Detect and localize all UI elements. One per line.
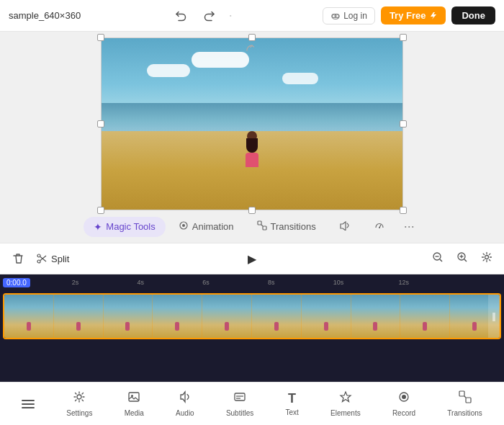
resize-handle-tr[interactable] — [400, 34, 407, 41]
nav-item-subtitles[interactable]: Subtitles — [220, 388, 259, 420]
try-free-label: Try Free — [390, 10, 426, 21]
animation-icon — [179, 220, 189, 233]
svg-point-20 — [485, 256, 488, 259]
thumb-2 — [54, 295, 104, 338]
track-handle-right[interactable]: ‖ — [488, 295, 500, 338]
tab-animation-label: Animation — [192, 221, 234, 232]
svg-line-11 — [40, 257, 46, 262]
bolt-icon — [428, 12, 437, 20]
settings-button[interactable] — [478, 250, 495, 267]
cloud-icon — [330, 11, 341, 21]
cloud-2 — [192, 52, 249, 68]
nav-item-transitions[interactable]: Transitions — [441, 388, 488, 420]
thumb-7 — [302, 295, 351, 338]
figure-hair — [246, 138, 258, 153]
editor-center: ▶ — [171, 247, 333, 270]
timeline-ruler: 0:00.0 2s 4s 6s 8s 10s 12s — [0, 274, 504, 290]
done-label: Done — [462, 10, 485, 21]
nav-item-settings[interactable]: Settings — [60, 388, 98, 420]
tab-magic-tools[interactable]: ✦ Magic Tools — [84, 217, 165, 237]
zoom-in-button[interactable] — [454, 250, 471, 267]
nav-item-media[interactable]: Media — [119, 388, 150, 420]
log-in-button[interactable]: Log in — [323, 7, 375, 24]
tab-animation[interactable]: Animation — [168, 216, 244, 237]
delete-button[interactable] — [9, 249, 27, 268]
volume-icon — [339, 220, 351, 233]
tab-transitions[interactable]: Transitions — [247, 216, 326, 237]
track-thumbnails — [4, 295, 500, 338]
nav-audio-label: Audio — [176, 409, 194, 417]
magic-tools-icon: ✦ — [94, 221, 102, 233]
svg-line-12 — [40, 256, 46, 261]
tab-volume[interactable] — [329, 216, 361, 237]
svg-point-29 — [402, 395, 406, 399]
resize-handle-bm[interactable] — [248, 207, 256, 214]
media-nav-icon — [127, 390, 140, 407]
nav-item-audio[interactable]: Audio — [170, 388, 200, 420]
nav-item-elements[interactable]: Elements — [325, 388, 366, 420]
time-marker-zero: 0:00.0 — [3, 278, 30, 287]
toolbar: ✦ Magic Tools Animation Transitions — [84, 210, 420, 243]
cloud-3 — [282, 73, 318, 84]
done-button[interactable]: Done — [451, 6, 495, 24]
toolbar-more-button[interactable]: ··· — [398, 216, 420, 237]
resize-handle-ml[interactable] — [97, 120, 104, 128]
svg-marker-27 — [341, 392, 351, 402]
nav-item-text[interactable]: T Text — [279, 388, 304, 419]
svg-line-19 — [464, 259, 467, 261]
ruler-tick-10s: 10s — [333, 279, 344, 286]
tab-speed[interactable] — [364, 216, 395, 237]
bottom-nav: Settings Media Audio Subti — [0, 382, 504, 425]
tab-transitions-label: Transitions — [271, 221, 316, 232]
video-frame — [101, 37, 403, 210]
settings-icon — [481, 251, 492, 263]
nav-item-menu[interactable] — [16, 397, 40, 411]
svg-rect-24 — [235, 393, 245, 401]
header-right: Log in Try Free Done — [323, 6, 495, 24]
resize-handle-br[interactable] — [400, 207, 407, 214]
svg-rect-31 — [466, 398, 471, 403]
undo-icon — [174, 9, 187, 22]
nav-media-label: Media — [125, 409, 144, 417]
undo-button[interactable] — [171, 6, 190, 25]
split-button[interactable]: Split — [36, 253, 69, 264]
editor-right — [333, 250, 495, 267]
figure — [242, 131, 262, 167]
rotate-handle[interactable] — [245, 43, 259, 61]
thumb-5 — [202, 295, 252, 338]
editor-controls: Split ▶ — [0, 243, 504, 274]
trash-icon — [12, 252, 24, 265]
resize-handle-mr[interactable] — [400, 120, 407, 128]
svg-point-4 — [182, 224, 185, 227]
audio-svg — [179, 390, 192, 403]
redo-icon — [203, 9, 216, 22]
redo-button[interactable] — [200, 6, 219, 25]
resize-handle-bl[interactable] — [97, 207, 104, 214]
text-nav-icon: T — [288, 391, 296, 406]
nav-elements-label: Elements — [330, 409, 361, 417]
resize-handle-tm[interactable] — [248, 34, 256, 41]
svg-point-21 — [77, 395, 81, 399]
resize-handle-tl[interactable] — [97, 34, 104, 41]
video-track[interactable]: ‖ ‖ — [3, 293, 501, 339]
try-free-button[interactable]: Try Free — [381, 6, 446, 24]
video-container — [101, 37, 403, 210]
zoom-out-button[interactable] — [429, 250, 446, 267]
volume-svg — [339, 220, 351, 231]
nav-settings-label: Settings — [66, 409, 92, 417]
ruler-tick-2s: 2s — [72, 279, 79, 286]
nav-item-record[interactable]: Record — [387, 388, 421, 420]
elements-svg — [339, 390, 352, 403]
figure-body — [246, 153, 258, 167]
ruler-tick-4s: 4s — [137, 279, 144, 286]
nav-record-label: Record — [392, 409, 415, 417]
editor-left: Split — [9, 249, 171, 268]
ruler-tick-12s: 12s — [398, 279, 409, 286]
transitions-svg — [257, 220, 267, 231]
play-icon: ▶ — [248, 252, 256, 266]
svg-rect-5 — [258, 221, 261, 225]
svg-point-23 — [131, 395, 133, 397]
svg-point-9 — [37, 254, 40, 257]
svg-rect-22 — [129, 393, 139, 401]
play-button[interactable]: ▶ — [240, 247, 264, 270]
